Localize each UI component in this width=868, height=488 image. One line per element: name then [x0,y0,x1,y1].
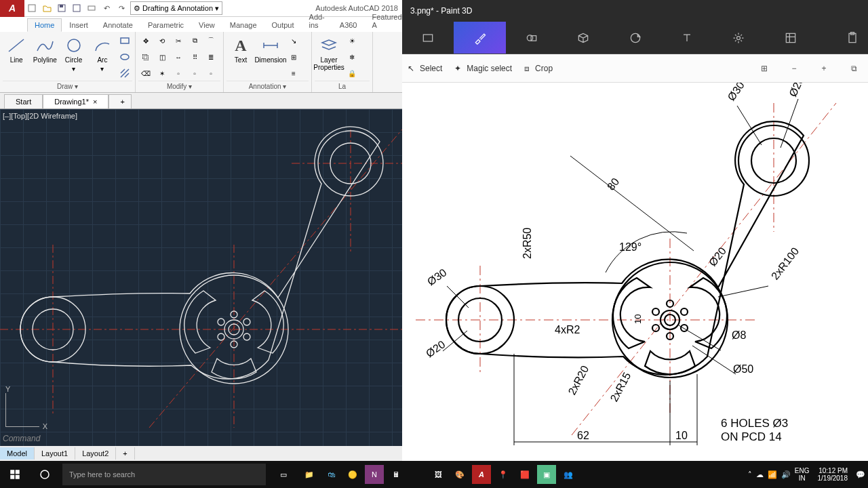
layer-properties-button[interactable]: Layer Properties [315,33,343,71]
tray-volume-icon[interactable]: 🔊 [781,470,791,479]
new-tab-button[interactable]: + [108,94,132,108]
move-icon[interactable]: ✥ [138,33,153,48]
scale-icon[interactable]: ◫ [155,49,170,64]
mode-text-icon[interactable] [661,22,713,54]
new-icon[interactable] [25,1,39,15]
mode-brushes-icon[interactable] [454,22,505,54]
close-tab-icon[interactable]: × [93,98,97,106]
magic-select-tool[interactable]: ✦Magic select [454,64,512,73]
leader-icon[interactable]: ↘ [286,33,301,48]
ellipse-icon[interactable] [117,49,132,64]
grid-view-icon[interactable]: ⊞ [755,60,773,77]
mode-3dshapes-icon[interactable] [557,22,609,54]
task-calc-icon[interactable]: 🖩 [387,465,406,484]
line-button[interactable]: Line [3,33,30,64]
cortana-icon[interactable] [30,461,60,488]
mode-menu-icon[interactable] [402,22,454,54]
start-button[interactable] [0,461,30,488]
taskbar-search[interactable]: Type here to search [62,464,266,485]
mtext-icon[interactable]: ≡ [286,66,301,81]
tab-output[interactable]: Output [264,18,302,32]
tab-start[interactable]: Start [4,94,43,108]
tab-view[interactable]: View [191,18,222,32]
tab-a360[interactable]: A360 [332,18,365,32]
layout-1[interactable]: Layout1 [35,447,75,460]
zoom-out-icon[interactable]: − [785,60,803,77]
task-people-icon[interactable]: 👥 [559,465,578,484]
stretch-icon[interactable]: ↔ [171,49,186,64]
task-explorer-icon[interactable]: 📁 [300,465,319,484]
plot-icon[interactable] [85,1,98,15]
task-store-icon[interactable]: 🛍 [321,465,340,484]
tab-annotate[interactable]: Annotate [96,18,140,32]
tab-manage[interactable]: Manage [222,18,264,32]
extra3-icon[interactable]: ▫ [203,66,218,81]
crop-tool[interactable]: ⧈Crop [524,64,553,73]
drawing-canvas[interactable]: [–][Top][2D Wireframe] [0,109,402,461]
select-tool[interactable]: ↖Select [408,64,442,73]
layout-model[interactable]: Model [0,447,35,460]
tray-cloud-icon[interactable]: ☁ [756,470,764,479]
task-paint-icon[interactable]: 🎨 [450,465,469,484]
task-onenote-icon[interactable]: N [365,465,384,484]
array-icon[interactable]: ⠿ [187,49,202,64]
erase-icon[interactable]: ⌫ [138,66,153,81]
undo-icon[interactable]: ↶ [100,1,113,15]
circle-button[interactable]: Circle▾ [60,33,87,73]
layer-lock-icon[interactable]: 🔒 [344,66,359,81]
fillet-icon[interactable]: ⌒ [203,33,218,48]
offset-icon[interactable]: ≣ [203,49,218,64]
tab-addins[interactable]: Add-ins [302,10,332,32]
tray-notifications-icon[interactable]: 💬 [856,470,865,479]
layer-state-icon[interactable]: ☀ [344,33,359,48]
dimension-button[interactable]: Dimension [256,33,285,64]
task-autocad-icon[interactable]: A [472,465,491,484]
mode-canvas-icon[interactable] [765,22,816,54]
command-line[interactable]: Command [3,434,40,443]
task-app2-icon[interactable]: ▣ [537,465,556,484]
workspace-dropdown[interactable]: ⚙ Drafting & Annotation ▾ [130,1,222,15]
tray-up-icon[interactable]: ˄ [748,470,752,479]
task-chrome-icon[interactable]: 🟡 [343,465,362,484]
mirror-icon[interactable]: ⧉ [187,33,202,48]
tab-home[interactable]: Home [27,18,62,32]
arc-button[interactable]: Arc▾ [89,33,116,73]
task-maps-icon[interactable]: 📍 [494,465,513,484]
extra1-icon[interactable]: ▫ [171,66,186,81]
tab-current-drawing[interactable]: Drawing1*× [43,94,108,108]
layout-2[interactable]: Layout2 [75,447,116,460]
mode-effects-icon[interactable] [713,22,764,54]
layer-freeze-icon[interactable]: ❄ [344,49,359,64]
task-view-icon[interactable]: ▭ [269,461,298,488]
table-icon[interactable]: ⊞ [286,49,301,64]
saveas-icon[interactable] [70,1,83,15]
save-icon[interactable] [55,1,68,15]
view3d-icon[interactable]: ⧉ [845,60,863,77]
explode-icon[interactable]: ✶ [155,66,170,81]
autocad-logo-icon[interactable]: A [0,0,24,17]
mode-paste-icon[interactable] [837,22,868,54]
mode-2dshapes-icon[interactable] [506,22,557,54]
polyline-button[interactable]: Polyline [31,33,58,64]
task-app1-icon[interactable]: 🟥 [515,465,534,484]
mode-stickers-icon[interactable] [610,22,661,54]
text-button[interactable]: AText [226,33,255,64]
tab-parametric[interactable]: Parametric [140,18,191,32]
extra2-icon[interactable]: ▫ [187,66,202,81]
tray-language[interactable]: ENGIN [795,467,810,482]
trim-icon[interactable]: ✂ [171,33,186,48]
redo-icon[interactable]: ↷ [115,1,128,15]
layout-add[interactable]: + [116,447,134,460]
task-photos-icon[interactable]: 🖼 [429,465,448,484]
hatch-icon[interactable] [117,66,132,81]
tray-clock[interactable]: 10:12 PM1/19/2018 [814,467,852,482]
open-icon[interactable] [40,1,54,15]
ucs-icon[interactable]: Y X [5,385,39,427]
paint3d-canvas[interactable]: Ø30 Ø20 80 129° 2xR50 Ø30 2xR100 Ø20 4xR… [402,83,868,461]
rotate-icon[interactable]: ⟲ [155,33,170,48]
zoom-in-icon[interactable]: + [815,60,833,77]
rect-icon[interactable] [117,33,132,48]
copy-icon[interactable]: ⿻ [138,49,153,64]
tab-insert[interactable]: Insert [62,18,96,32]
tray-wifi-icon[interactable]: 📶 [768,470,777,479]
